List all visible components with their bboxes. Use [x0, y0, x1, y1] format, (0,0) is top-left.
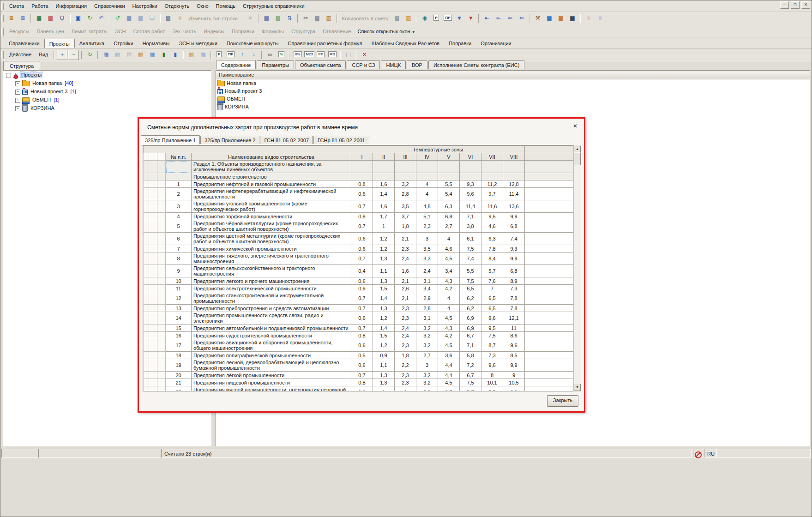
table-row[interactable]: 9Предприятия сельскохозяйственного и тра…	[144, 265, 577, 277]
value-cell[interactable]: 0,6	[351, 277, 373, 285]
value-cell[interactable]: 0,7	[351, 305, 373, 312]
name-cell[interactable]: Предприятия электротехнической промышлен…	[192, 285, 351, 292]
tab-main[interactable]: Организации	[476, 39, 516, 47]
subsection-row[interactable]: Промышленное строительство	[144, 173, 577, 180]
value-cell[interactable]: 2,3	[395, 245, 416, 252]
value-cell[interactable]: 5,1	[416, 213, 438, 220]
table-row[interactable]: 18Предприятия полиграфической промышленн…	[144, 352, 577, 359]
value-cell[interactable]: 9,6	[460, 188, 481, 200]
doc-edit-icon[interactable]: ▤	[273, 13, 283, 24]
value-cell[interactable]: 9,3	[503, 245, 525, 252]
value-cell[interactable]: 1,3	[373, 305, 395, 312]
num-cell[interactable]: 1	[166, 180, 192, 188]
value-cell[interactable]: 3,1	[416, 277, 438, 285]
value-cell[interactable]: 4,5	[438, 312, 460, 325]
value-cell[interactable]: 4,6	[438, 245, 460, 252]
estimates-layers-icon[interactable]: ≡	[595, 13, 605, 24]
name-cell[interactable]: Предприятия химической промышленности	[192, 245, 351, 252]
value-cell[interactable]: 2,3	[395, 305, 416, 312]
name-cell[interactable]: Предприятия мясной промышленности, предп…	[192, 386, 351, 392]
tree-expander-icon[interactable]: +	[15, 81, 20, 86]
value-cell[interactable]: 3,2	[416, 325, 438, 332]
value-cell[interactable]: 0,8	[351, 332, 373, 339]
value-cell[interactable]: 4,3	[438, 325, 460, 332]
value-cell[interactable]: 2,1	[395, 233, 416, 245]
num-cell[interactable]: 17	[166, 339, 192, 352]
value-cell[interactable]: 1	[373, 220, 395, 233]
value-cell[interactable]: 5,5	[460, 265, 481, 277]
abacus-icon[interactable]: ≡	[174, 13, 185, 24]
value-cell[interactable]: 0,7	[351, 372, 373, 379]
selected-cell[interactable]	[166, 161, 192, 173]
table-row[interactable]: 17Предприятия авиационной и оборонной пр…	[144, 339, 577, 352]
value-cell[interactable]: 0,5	[351, 352, 373, 359]
num-cell[interactable]: 20	[166, 372, 192, 379]
excel-export-icon[interactable]: ▦	[34, 13, 44, 24]
value-cell[interactable]	[481, 173, 503, 180]
value-cell[interactable]: 1,1	[373, 265, 395, 277]
value-cell[interactable]: 0,8	[351, 180, 373, 188]
value-cell[interactable]: 0,6	[351, 188, 373, 200]
value-cell[interactable]: 7	[481, 285, 503, 292]
calc-copy-icon[interactable]: ▦	[198, 50, 208, 60]
trailing-cell[interactable]	[525, 188, 577, 200]
value-cell[interactable]: 7,3	[503, 285, 525, 292]
value-cell[interactable]: 8,7	[481, 339, 503, 352]
trailing-cell[interactable]	[525, 213, 577, 220]
value-cell[interactable]: 3,7	[438, 386, 460, 392]
action-menu[interactable]: Вид	[35, 49, 52, 60]
value-cell[interactable]: 2,4	[395, 252, 416, 265]
name-cell[interactable]: Предприятия нефтяной и газовой промышлен…	[192, 180, 351, 188]
value-cell[interactable]: 9,3	[460, 180, 481, 188]
value-cell[interactable]	[416, 173, 438, 180]
value-cell[interactable]: 2,3	[395, 339, 416, 352]
value-cell[interactable]: 3,2	[395, 180, 416, 188]
value-cell[interactable]: 1,8	[395, 352, 416, 359]
value-cell[interactable]: 4,2	[438, 285, 460, 292]
value-cell[interactable]	[438, 161, 460, 173]
value-cell[interactable]: 3	[416, 359, 438, 372]
delete-icon[interactable]: ✕	[359, 50, 370, 60]
num-cell[interactable]: 8	[166, 252, 192, 265]
shift-left-icon[interactable]: ⇐	[505, 13, 515, 24]
trailing-cell[interactable]	[525, 233, 577, 245]
machines-truck-icon[interactable]: ▆	[544, 13, 554, 24]
name-cell[interactable]: Предприятия лёгкой промышленности	[192, 372, 351, 379]
value-cell[interactable]: 1,4	[373, 292, 395, 305]
value-cell[interactable]	[481, 161, 503, 173]
value-cell[interactable]: 0,6	[351, 245, 373, 252]
panel-strip-item[interactable]: Панель цен	[33, 26, 67, 37]
name-cell[interactable]: Предприятия приборостроения и средств ав…	[192, 305, 351, 312]
value-cell[interactable]: 2,6	[395, 285, 416, 292]
value-cell[interactable]: 6,7	[460, 332, 481, 339]
menu-item[interactable]: Окно	[193, 0, 212, 12]
tab-main[interactable]: Справочник расчётных формул	[283, 39, 367, 47]
scrollbar-thumb[interactable]	[574, 152, 581, 165]
value-cell[interactable]: 1,7	[373, 213, 395, 220]
table-row[interactable]: 3Предприятия угольной промышленности (кр…	[144, 200, 577, 213]
table-row[interactable]: 8Предприятия тяжёлого, энергетического и…	[144, 252, 577, 265]
value-cell[interactable]: 0,6	[351, 339, 373, 352]
value-cell[interactable]: 8,4	[481, 252, 503, 265]
value-cell[interactable]: 7,1	[460, 339, 481, 352]
list-item[interactable]: Новая папка	[216, 79, 810, 87]
tree-level-icon[interactable]: ≣	[18, 13, 28, 24]
name-cell[interactable]: Предприятия авиационной и оборонной пром…	[192, 339, 351, 352]
table-row[interactable]: 4Предприятия торфяной промышленности0,81…	[144, 213, 577, 220]
section-title-cell[interactable]: Раздел 1. Объекты производственного назн…	[192, 161, 351, 173]
name-cell[interactable]: Предприятия судостроительной промышленно…	[192, 332, 351, 339]
tab-main[interactable]: Справочники	[4, 39, 44, 47]
menu-item[interactable]: Смета	[6, 0, 28, 12]
tab-content[interactable]: Объектная смета	[295, 60, 346, 69]
panel-strip-item[interactable]: Структура	[288, 26, 319, 37]
value-cell[interactable]: 1,3	[373, 277, 395, 285]
num-cell[interactable]: 16	[166, 332, 192, 339]
value-cell[interactable]: 0,7	[351, 200, 373, 213]
value-cell[interactable]: 7,4	[503, 233, 525, 245]
tab-main[interactable]: ЭСН и методики	[174, 39, 222, 47]
num-cell[interactable]: 3	[166, 200, 192, 213]
value-cell[interactable]: 1,3	[373, 252, 395, 265]
subsection-title-cell[interactable]: Промышленное строительство	[192, 173, 351, 180]
table-row[interactable]: 19Предприятия лесной, деревообрабатывающ…	[144, 359, 577, 372]
value-cell[interactable]: 12,1	[503, 312, 525, 325]
